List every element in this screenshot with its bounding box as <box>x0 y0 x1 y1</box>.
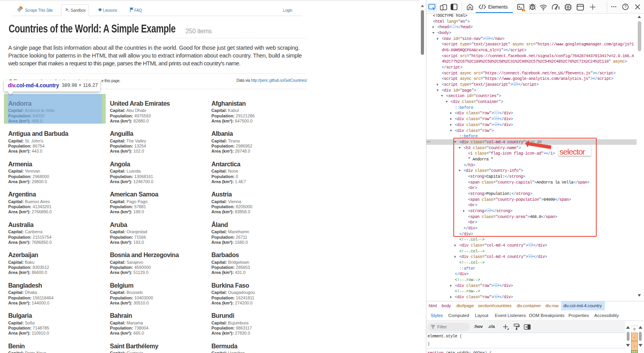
svg-text:?: ? <box>624 5 627 9</box>
